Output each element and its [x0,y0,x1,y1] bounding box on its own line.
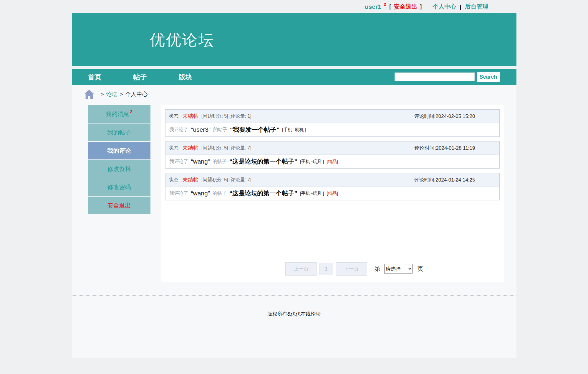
page-container: 优优论坛 首页 帖子 版块 Search > 论坛 > 个人中心 我的消息 2 [72,13,516,358]
post-category: [手机 -刷机 ] [282,127,306,133]
sidebar-item-messages[interactable]: 我的消息 2 [88,105,150,123]
comment-time: 评论时间:2024-01-28 11:19 [415,145,496,151]
page-select[interactable]: 请选择 [384,264,413,274]
nav-item-boards[interactable]: 版块 [179,73,192,82]
comment-middle: 的帖子 [213,127,227,133]
site-logo: 优优论坛 [72,13,516,66]
main-nav: 首页 帖子 版块 Search [72,69,516,85]
status-label: 状态: [169,113,180,119]
sidebar-item-my-comments[interactable]: 我的评论 [88,142,150,159]
separator: | [460,4,461,10]
sidebar-item-label: 修改资料 [107,165,131,173]
post-title: “这是论坛的第一个帖子” [229,157,297,166]
nav-item-home[interactable]: 首页 [88,73,102,82]
sidebar: 我的消息 2 我的帖子 我的评论 修改资料 修改密码 安全退出 [88,105,150,282]
comment-meta: [问题积分: 5] [评论量: 7] [201,177,251,183]
comment-card: 状态: 未结帖 [问题积分: 5] [评论量: 1] 评论时间:2024-02-… [165,109,500,137]
comment-card-header: 状态: 未结帖 [问题积分: 5] [评论量: 7] 评论时间:2024-01-… [165,141,499,155]
pagination: 上一页 1 下一页 第 请选择 页 [187,262,522,278]
comment-card: 状态: 未结帖 [问题积分: 5] [评论量: 7] 评论时间:2024-01-… [165,173,500,200]
search-area: Search [395,72,500,82]
sidebar-item-edit-profile[interactable]: 修改资料 [88,160,150,178]
comment-middle: 的帖子 [213,190,227,197]
comment-prefix: 我评论了 [170,127,188,133]
sidebar-item-label: 修改密码 [107,183,131,191]
comment-meta: [问题积分: 5] [评论量: 1] [201,113,251,119]
sidebar-item-label: 我的帖子 [107,128,131,136]
sidebar-item-my-posts[interactable]: 我的帖子 [88,123,150,141]
sidebar-item-label: 我的消息 [106,110,129,118]
footer-copyright: 版权所有&优优在线论坛 [72,296,516,317]
comment-middle: 的帖子 [213,159,227,165]
post-category: [手机 -玩具 ] [300,191,324,196]
comment-card: 状态: 未结帖 [问题积分: 5] [评论量: 7] 评论时间:2024-01-… [165,141,500,169]
featured-tag: [精品] [327,159,338,164]
personal-center-link[interactable]: 个人中心 [433,3,456,11]
post-title: “我要发一个帖子” [230,126,279,134]
search-input[interactable] [395,73,475,81]
comment-time: 评论时间:2024-01-24 14:25 [414,177,496,183]
page-number-button[interactable]: 1 [319,263,333,275]
bracket: ] [420,4,422,10]
site-header: 优优论坛 [72,13,516,66]
comment-meta: [问题积分: 5] [评论量: 7] [201,145,251,151]
comments-panel: 状态: 未结帖 [问题积分: 5] [评论量: 1] 评论时间:2024-02-… [161,105,504,282]
post-title: “这是论坛的第一个帖子” [229,189,297,197]
comment-card-header: 状态: 未结帖 [问题积分: 5] [评论量: 1] 评论时间:2024-02-… [165,110,499,123]
status-label: 状态: [169,177,180,183]
post-author: “user3” [191,126,211,133]
post-author: “wang” [191,158,210,165]
breadcrumb-separator: > [101,91,104,98]
breadcrumb: > 论坛 > 个人中心 [72,85,516,103]
home-icon[interactable] [84,89,95,100]
logout-link[interactable]: 安全退出 [394,3,417,11]
breadcrumb-separator: > [120,91,123,98]
next-page-button[interactable]: 下一页 [336,262,367,276]
nav-item-posts[interactable]: 帖子 [133,73,147,82]
header-divider [72,66,516,69]
status-value: 未结帖 [183,176,198,183]
post-author: “wang” [191,190,210,197]
page-select-label-after: 页 [418,265,423,273]
comment-card-header: 状态: 未结帖 [问题积分: 5] [评论量: 7] 评论时间:2024-01-… [165,173,499,187]
prev-page-button[interactable]: 上一页 [285,262,317,276]
top-bar: user1 2 [ 安全退出 ] 个人中心 | 后台管理 [0,0,588,13]
comment-card-body: 我评论了 “wang” 的帖子 “这是论坛的第一个帖子” [手机 -玩具 ] [… [165,187,499,200]
status-value: 未结帖 [183,144,198,151]
status-label: 状态: [169,145,180,151]
status-value: 未结帖 [183,113,198,120]
comment-prefix: 我评论了 [170,159,188,165]
sidebar-item-change-password[interactable]: 修改密码 [88,178,150,196]
page-select-label-before: 第 [375,265,380,273]
breadcrumb-forum-link[interactable]: 论坛 [106,90,117,98]
featured-tag: [精品] [327,191,338,196]
admin-link[interactable]: 后台管理 [465,3,488,11]
message-count-badge: 2 [384,2,386,7]
comment-card-body: 我评论了 “wang” 的帖子 “这是论坛的第一个帖子” [手机 -玩具 ] [… [165,155,499,168]
unread-badge: 2 [130,109,132,114]
sidebar-item-label: 我的评论 [107,147,131,155]
breadcrumb-current: 个人中心 [125,90,148,98]
post-category: [手机 -玩具 ] [300,159,324,164]
sidebar-item-logout[interactable]: 安全退出 [88,197,150,214]
search-button[interactable]: Search [477,72,500,82]
comment-time: 评论时间:2024-02-05 15:20 [414,113,496,120]
comment-card-body: 我评论了 “user3” 的帖子 “我要发一个帖子” [手机 -刷机 ] [165,123,499,136]
username-link[interactable]: user1 [365,3,381,10]
comment-prefix: 我评论了 [170,190,188,197]
bracket: [ [389,4,391,10]
sidebar-item-label: 安全退出 [107,202,131,210]
